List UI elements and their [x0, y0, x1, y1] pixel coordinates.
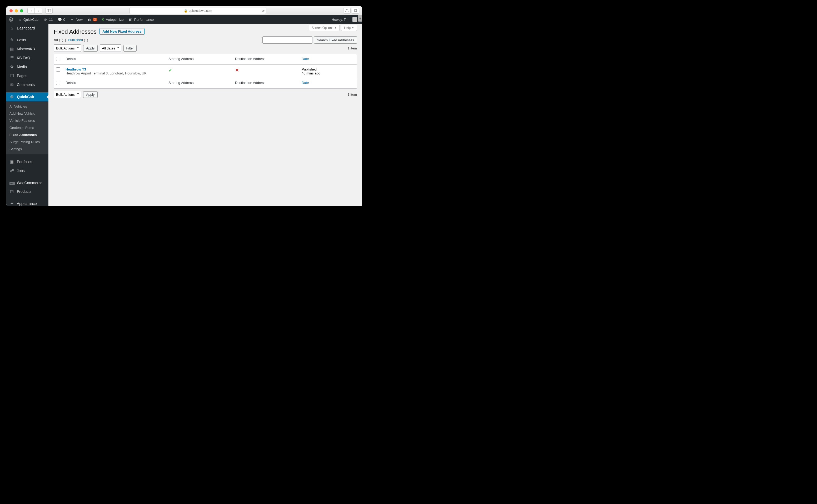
col-date[interactable]: Date [299, 54, 357, 65]
caret-down-icon: ▼ [352, 27, 354, 29]
help-tab[interactable]: Help▼ [341, 25, 357, 31]
menu-quickcab[interactable]: ⊕QuickCab [6, 92, 48, 101]
site-name[interactable]: ⌂QuickCab [15, 15, 41, 24]
submenu-geofence-rules[interactable]: Geofence Rules [6, 124, 48, 131]
add-new-button[interactable]: Add New Fixed Address [99, 28, 144, 35]
submenu-vehicle-features[interactable]: Vehicle Features [6, 117, 48, 124]
dashboard-icon: ⌂ [9, 26, 14, 30]
new-tab-button[interactable]: + [358, 15, 362, 22]
submenu-surge-pricing-rules[interactable]: Surge Pricing Rules [6, 138, 48, 145]
vc-icon: ◐ [87, 18, 92, 22]
submenu-settings[interactable]: Settings [6, 145, 48, 153]
vc-notice[interactable]: ◐2 [85, 15, 100, 24]
x-icon: ✕ [235, 68, 239, 73]
url-bar[interactable]: 🔒 quickcabwp.com ⟳ [129, 8, 266, 14]
filter-all[interactable]: All [54, 38, 58, 42]
performance[interactable]: ◧Performance [126, 15, 156, 24]
col-details[interactable]: Details [63, 54, 166, 65]
item-count: 1 item [348, 46, 357, 50]
item-count-bottom: 1 item [348, 93, 357, 97]
menu-pages[interactable]: ❐Pages [6, 71, 48, 80]
col-date-foot[interactable]: Date [299, 78, 357, 88]
select-all-checkbox-foot[interactable] [56, 81, 60, 85]
woocommerce-icon: woo [9, 180, 14, 185]
row-ago: 40 mins ago [302, 71, 320, 75]
col-starting-foot[interactable]: Starting Address [166, 78, 232, 88]
tabs-button[interactable] [352, 8, 359, 14]
menu-products[interactable]: ◳Products [6, 187, 48, 196]
bulk-actions-select[interactable]: Bulk Actions [54, 44, 81, 52]
row-checkbox[interactable] [56, 67, 60, 72]
search-input[interactable] [262, 36, 312, 44]
screen-options-label: Screen Options [312, 26, 333, 30]
menu-comments[interactable]: ✉Comments [6, 80, 48, 89]
media-icon: ✿ [9, 64, 14, 69]
updates[interactable]: ⟳11 [41, 15, 55, 24]
avatar [352, 17, 357, 22]
screen-options-tab[interactable]: Screen Options▼ [309, 25, 340, 31]
date-filter-select[interactable]: All dates [100, 44, 121, 52]
pages-icon: ❐ [9, 73, 14, 78]
menu-portfolios[interactable]: ▣Portfolios [6, 157, 48, 166]
submenu-all-vehicles[interactable]: All Vehicles [6, 103, 48, 110]
select-all-checkbox[interactable] [56, 57, 60, 61]
new-content[interactable]: +New [68, 15, 85, 24]
minimize-window[interactable] [15, 9, 18, 12]
search-button[interactable]: Search Fixed Addresses [314, 36, 357, 44]
col-destination[interactable]: Destination Address [232, 54, 299, 65]
bulk-actions-select-bottom[interactable]: Bulk Actions [54, 91, 81, 98]
row-status: Published [302, 67, 317, 71]
quickcab-icon: ⊕ [9, 94, 14, 99]
url-domain: quickcabwp.com [189, 9, 212, 13]
submenu: All VehiclesAdd New VehicleVehicle Featu… [6, 101, 48, 154]
nav-buttons: ‹ › [27, 8, 42, 14]
autoptimize[interactable]: Autoptimize [100, 15, 126, 24]
menu-media[interactable]: ✿Media [6, 62, 48, 71]
close-window[interactable] [9, 9, 13, 12]
zoom-window[interactable] [20, 9, 23, 12]
lock-icon: 🔒 [184, 9, 188, 13]
menu-label: Dashboard [17, 26, 35, 30]
menu-woocommerce[interactable]: wooWooCommerce [6, 178, 48, 187]
filter-button[interactable]: Filter [123, 45, 137, 52]
autoptimize-dot-icon [102, 18, 104, 21]
reload-icon[interactable]: ⟳ [262, 9, 264, 13]
svg-rect-2 [354, 10, 356, 12]
menu-posts[interactable]: ✎Posts [6, 36, 48, 44]
forward-button[interactable]: › [35, 8, 42, 14]
row-title[interactable]: Heathrow T3 [66, 67, 86, 71]
products-icon: ◳ [9, 189, 14, 194]
col-date-link[interactable]: Date [302, 57, 309, 61]
menu-dashboard[interactable]: ⌂Dashboard [6, 24, 48, 32]
plus-icon: + [70, 18, 74, 22]
comments[interactable]: 💬0 [55, 15, 68, 24]
performance-icon: ◧ [128, 18, 133, 22]
menu-label: MinervaKB [17, 47, 35, 51]
titlebar-right [343, 8, 359, 14]
my-account[interactable]: Howdy, Tim [329, 15, 359, 24]
menu-label: KB FAQ [17, 56, 30, 60]
menu-label: Products [17, 189, 31, 194]
wordpress-icon [9, 17, 13, 22]
col-date-link-foot[interactable]: Date [302, 81, 309, 85]
apply-button[interactable]: Apply [83, 45, 98, 52]
apply-button-bottom[interactable]: Apply [83, 91, 98, 98]
menu-minervakb[interactable]: ▤MinervaKB [6, 44, 48, 53]
menu-kb-faq[interactable]: ☷KB FAQ [6, 53, 48, 62]
svg-rect-3 [354, 9, 357, 12]
col-destination-foot[interactable]: Destination Address [232, 78, 299, 88]
col-details-foot[interactable]: Details [63, 78, 166, 88]
submenu-fixed-addresses[interactable]: Fixed Addresses [6, 131, 48, 138]
col-starting[interactable]: Starting Address [166, 54, 232, 65]
submenu-add-new-vehicle[interactable]: Add New Vehicle [6, 110, 48, 117]
sidebar-toggle[interactable] [45, 8, 53, 14]
menu-appearance[interactable]: ✦Appearance [6, 199, 48, 206]
menu-jobs[interactable]: ☍Jobs [6, 166, 48, 175]
menu-label: Posts [17, 38, 26, 42]
wp-logo[interactable] [6, 15, 15, 24]
back-button[interactable]: ‹ [27, 8, 35, 14]
svg-rect-0 [47, 9, 51, 12]
autoptimize-label: Autoptimize [106, 18, 124, 22]
filter-published[interactable]: Published [68, 38, 83, 42]
share-button[interactable] [343, 8, 350, 14]
